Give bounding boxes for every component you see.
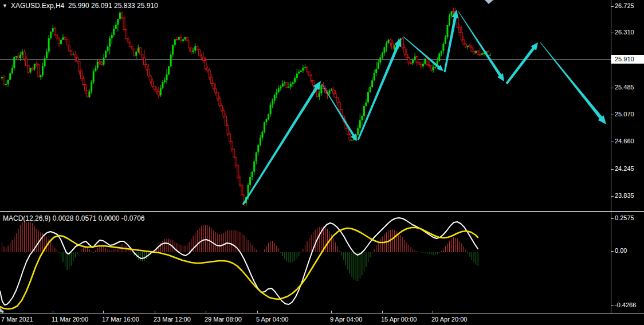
candle-body-bull	[91, 83, 92, 92]
candle-body-bull	[30, 68, 32, 72]
candle-body-bull	[320, 85, 322, 93]
candle-body-bull	[60, 40, 62, 44]
candle-body-bear	[463, 40, 465, 44]
candle-body-bear	[406, 54, 407, 58]
time-axis-label: 5 Apr 04:00	[256, 316, 288, 323]
candle-body-bull	[46, 52, 48, 58]
candle-body-bear	[477, 51, 479, 54]
macd-main-line	[0, 218, 478, 305]
forecast-arrow-8[interactable]	[540, 42, 606, 124]
time-axis-tick	[103, 311, 104, 314]
forecast-arrow-2[interactable]	[322, 84, 357, 141]
candle-body-bear	[347, 128, 349, 134]
candle-body-bull	[249, 177, 251, 185]
candle-body-bull	[371, 80, 373, 87]
price-axis-label: 25.485	[615, 84, 634, 91]
candle-body-bull	[257, 145, 259, 152]
price-axis-label: 26.310	[615, 29, 634, 36]
price-axis-label: 25.070	[615, 111, 634, 118]
panel-divider[interactable]	[0, 211, 644, 212]
candle-body-bear	[213, 83, 214, 88]
candle-body-bull	[253, 162, 255, 172]
candle-body-bull	[95, 68, 96, 71]
candle-body-bear	[337, 97, 339, 103]
candle-body-bear	[223, 111, 225, 116]
candle-body-bear	[316, 89, 318, 97]
candle-body-bull	[329, 91, 331, 94]
candle-body-bear	[235, 157, 237, 165]
forecast-arrow-7[interactable]	[505, 42, 538, 84]
forecast-arrow-3[interactable]	[358, 38, 402, 140]
candle-body-bull	[119, 13, 121, 19]
candle-body-bull	[89, 91, 91, 97]
candle-body-bear	[36, 64, 37, 65]
price-axis-label: 24.245	[615, 165, 634, 172]
candle-body-bull	[107, 47, 109, 51]
candle-body-bear	[392, 43, 394, 49]
candle-body-bull	[72, 54, 74, 54]
mt4-chart-window: ▼XAGUSD.Exp,H4 25.990 26.091 25.833 25.9…	[0, 0, 644, 325]
candle-body-bull	[260, 138, 261, 144]
macd-axis-label: 0.00	[615, 247, 627, 254]
candle-body-bull	[351, 140, 353, 140]
candle-body-bear	[479, 54, 481, 55]
candle-body-bear	[186, 37, 188, 41]
candle-body-bull	[162, 82, 163, 88]
scroll-marker-icon[interactable]	[485, 0, 493, 4]
macd-indicator-canvas[interactable]	[0, 213, 611, 312]
macd-axis-tick	[611, 251, 614, 252]
candle-body-bull	[276, 92, 277, 95]
symbol-dropdown-icon[interactable]: ▼	[2, 3, 7, 9]
candle-body-bull	[274, 95, 276, 101]
candle-body-bear	[28, 66, 29, 72]
candle-body-bull	[97, 62, 99, 68]
candle-body-bull	[378, 62, 379, 69]
candle-body-bull	[13, 57, 15, 68]
candle-body-bull	[19, 55, 21, 58]
candle-body-bear	[349, 134, 351, 140]
price-axis-border	[611, 0, 611, 313]
candle-body-bear	[121, 13, 123, 18]
candle-body-bear	[32, 68, 33, 69]
candle-body-bear	[17, 56, 19, 58]
candle-body-bull	[109, 38, 111, 47]
price-axis-tick	[611, 142, 614, 142]
candle-body-bull	[168, 66, 170, 75]
candle-body-bear	[78, 61, 80, 71]
price-chart-canvas[interactable]	[0, 0, 611, 211]
candle-body-bear	[404, 48, 406, 54]
candle-body-bull	[42, 66, 44, 75]
time-axis-tick	[433, 311, 433, 314]
candle-body-bull	[374, 73, 375, 80]
chart-title: ▼XAGUSD.Exp,H4 25.990 26.091 25.833 25.9…	[2, 2, 158, 10]
time-axis-label: 23 Mar 12:00	[154, 316, 191, 323]
candle-body-bull	[357, 128, 359, 135]
price-axis-tick	[611, 169, 614, 170]
candle-body-bull	[117, 19, 119, 25]
candle-body-bear	[99, 62, 100, 63]
candle-body-bear	[142, 54, 143, 58]
candle-body-bull	[319, 93, 320, 97]
candle-body-bear	[83, 79, 84, 84]
candle-body-bear	[64, 37, 66, 40]
candle-body-bull	[367, 92, 369, 102]
candle-body-bull	[264, 122, 265, 132]
symbol-timeframe-label: XAGUSD.Exp,H4	[11, 2, 64, 10]
candle-body-bear	[408, 58, 410, 63]
price-axis-tick	[611, 88, 614, 88]
candle-body-bull	[7, 80, 9, 84]
candle-body-bull	[160, 88, 162, 95]
candle-body-bear	[453, 11, 454, 12]
candle-body-bull	[270, 105, 272, 114]
candle-body-bear	[225, 116, 227, 126]
candle-body-bear	[241, 185, 243, 195]
price-axis-label: 24.660	[615, 138, 634, 144]
candle-body-bear	[211, 77, 213, 83]
candle-body-bull	[266, 119, 268, 122]
forecast-arrow-1[interactable]	[242, 81, 321, 205]
candle-body-bull	[182, 40, 184, 41]
candle-body-bull	[9, 73, 11, 80]
time-axis-label: 17 Mar 16:00	[102, 316, 139, 323]
candle-body-bear	[457, 17, 458, 28]
candle-body-bull	[22, 52, 23, 54]
